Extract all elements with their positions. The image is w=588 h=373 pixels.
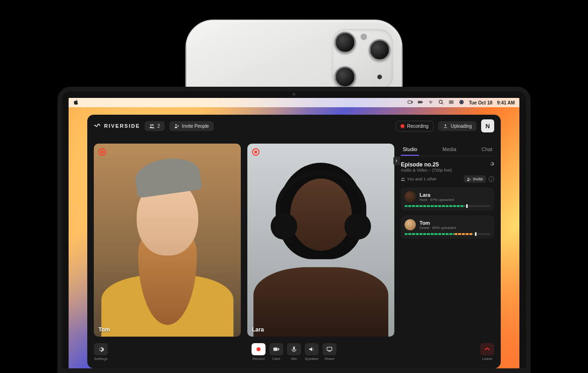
- continuity-camera-icon[interactable]: [407, 99, 413, 106]
- leave-button[interactable]: Leave: [480, 343, 494, 361]
- participant-role: Guest: [420, 226, 429, 230]
- recording-status: Recording: [396, 121, 434, 131]
- mic-button[interactable]: Mic: [287, 343, 301, 361]
- video-grid: Tom Lara: [94, 144, 394, 337]
- side-tabs: Studio Media Chat: [401, 144, 494, 156]
- desktop-screen: Tue Oct 18 9:41 AM RIVERSIDE 2: [69, 98, 519, 368]
- record-button[interactable]: Record: [252, 343, 266, 361]
- menubar-date[interactable]: Tue Oct 18: [469, 100, 492, 105]
- upload-progress: [405, 205, 490, 207]
- participant-count-pill[interactable]: 2: [145, 121, 165, 131]
- episode-settings-button[interactable]: [489, 161, 494, 168]
- avatar: [405, 191, 416, 202]
- side-panel: Studio Media Chat Episode no.25 Audio & …: [401, 144, 494, 337]
- participant-card-tom[interactable]: Tom Guest 89% uploaded: [401, 215, 494, 239]
- app-header: RIVERSIDE 2 Invite People Recording: [87, 115, 501, 137]
- svg-point-9: [257, 347, 261, 352]
- laptop-camera-dot: [293, 93, 295, 96]
- recording-label: Recording: [407, 124, 428, 129]
- settings-button[interactable]: Settings: [94, 343, 108, 361]
- recording-indicator-icon: [252, 148, 259, 156]
- participant-card-lara[interactable]: Lara Host 97% uploaded: [401, 187, 494, 211]
- tile-name: Lara: [252, 326, 264, 333]
- uploading-label: Uploading: [451, 124, 472, 129]
- participant-upload: 97% uploaded: [430, 198, 454, 202]
- side-invite-button[interactable]: Invite: [464, 175, 486, 183]
- macos-menubar: Tue Oct 18 9:41 AM: [69, 98, 519, 107]
- uploading-status[interactable]: Uploading: [438, 121, 476, 131]
- control-center-icon[interactable]: [448, 99, 454, 106]
- video-tile-lara[interactable]: Lara: [247, 144, 394, 337]
- avatar: [405, 219, 416, 230]
- svg-rect-3: [422, 102, 423, 103]
- participant-name: Tom: [420, 220, 456, 226]
- menubar-time[interactable]: 9:41 AM: [497, 100, 515, 105]
- recording-indicator-icon: [98, 148, 106, 156]
- svg-rect-0: [408, 101, 412, 104]
- share-button[interactable]: Share: [322, 343, 336, 361]
- video-tile-tom[interactable]: Tom: [94, 144, 241, 337]
- participant-name: Lara: [420, 192, 454, 198]
- tile-name: Tom: [98, 326, 110, 333]
- invite-people-label: Invite People: [182, 124, 209, 129]
- upload-progress: [405, 233, 490, 235]
- recording-dot-icon: [401, 124, 404, 128]
- siri-icon[interactable]: [459, 99, 464, 106]
- user-avatar[interactable]: N: [481, 119, 494, 132]
- participant-role: Host: [420, 198, 427, 202]
- episode-subtitle: Audio & Video – (720p live): [401, 168, 494, 173]
- svg-rect-10: [327, 347, 332, 351]
- cam-button[interactable]: Cam: [269, 343, 283, 361]
- laptop-frame: Tue Oct 18 9:41 AM RIVERSIDE 2: [57, 87, 531, 373]
- search-icon[interactable]: [438, 99, 444, 106]
- episode-title: Episode no.25: [401, 161, 439, 168]
- tab-chat[interactable]: Chat: [480, 144, 494, 156]
- svg-rect-2: [418, 102, 422, 103]
- user-initial: N: [485, 123, 490, 130]
- participant-upload: 89% uploaded: [432, 226, 456, 230]
- speaker-button[interactable]: Speaker: [305, 343, 319, 361]
- riverside-app-window: RIVERSIDE 2 Invite People Recording: [87, 115, 501, 368]
- tab-studio[interactable]: Studio: [401, 144, 419, 156]
- apple-menu-icon[interactable]: [73, 99, 79, 106]
- tab-media[interactable]: Media: [441, 144, 458, 156]
- collapse-panel-button[interactable]: [393, 157, 400, 165]
- invite-people-button[interactable]: Invite People: [169, 121, 214, 131]
- battery-icon[interactable]: [418, 99, 423, 106]
- participant-count: 2: [157, 124, 160, 129]
- svg-point-7: [459, 100, 463, 104]
- presence-text: You and 1 other: [407, 177, 436, 181]
- svg-point-4: [439, 100, 442, 104]
- svg-rect-5: [449, 101, 453, 102]
- phone-camera-module: [332, 29, 393, 90]
- svg-rect-6: [449, 103, 453, 104]
- info-icon[interactable]: i: [489, 176, 494, 182]
- bottom-controls: Settings Record Cam Mic: [87, 343, 501, 368]
- wifi-icon[interactable]: [428, 99, 434, 106]
- brand-text: RIVERSIDE: [104, 123, 140, 129]
- riverside-logo: RIVERSIDE: [94, 122, 140, 130]
